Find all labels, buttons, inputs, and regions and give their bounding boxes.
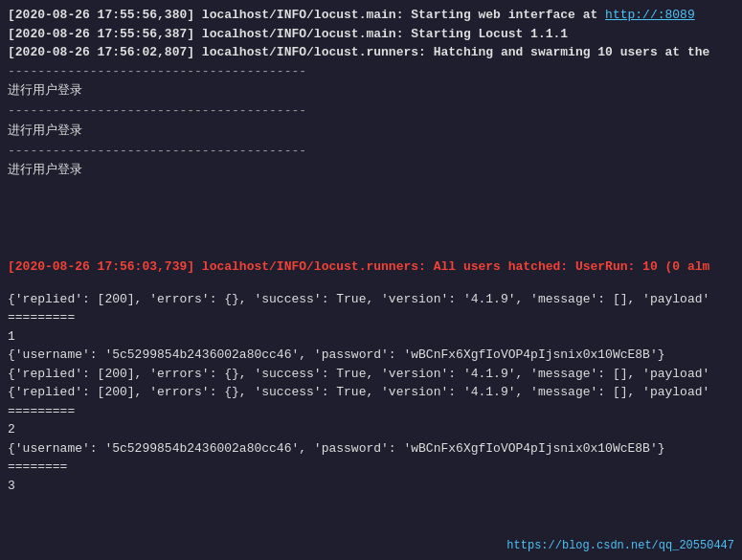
number-line-1: 1 — [8, 327, 734, 347]
log-link-1[interactable]: http://:8089 — [605, 8, 695, 22]
response-line-2: {'username': '5c5299854b2436002a80cc46',… — [8, 346, 734, 365]
log-line-red: [2020-08-26 17:56:03,739] localhost/INFO… — [8, 258, 734, 277]
chinese-text-3: 进行用户登录 — [8, 160, 734, 181]
log-text-3d: the — [687, 45, 709, 59]
chinese-text-2: 进行用户登录 — [8, 121, 734, 142]
empty-gap — [8, 181, 734, 258]
log-text-2: [2020-08-26 17:55:56,387] localhost/INFO… — [8, 27, 568, 41]
equals-line-2: ========= — [8, 402, 734, 421]
log-text-3: [2020-08-26 17:56:02,807] localhost/INFO… — [8, 45, 501, 59]
response-line-3: {'replied': [200], 'errors': {}, 'succes… — [8, 365, 734, 384]
number-line-3: 3 — [8, 477, 734, 496]
terminal-window: [2020-08-26 17:55:56,380] localhost/INFO… — [0, 0, 742, 560]
log-line-2: [2020-08-26 17:55:56,387] localhost/INFO… — [8, 25, 734, 44]
separator-1: ---------------------------------------- — [8, 62, 734, 81]
log-text-1: [2020-08-26 17:55:56,380] localhost/INFO… — [8, 8, 605, 22]
response-line-4: {'replied': [200], 'errors': {}, 'succes… — [8, 383, 734, 402]
equals-line-3: ======== — [8, 458, 734, 477]
response-line-1: {'replied': [200], 'errors': {}, 'succes… — [8, 290, 734, 309]
equals-line-1: ========= — [8, 308, 734, 327]
chinese-text-1: 进行用户登录 — [8, 80, 734, 101]
separator-2: ---------------------------------------- — [8, 101, 734, 121]
empty-line-1 — [8, 277, 734, 290]
log-line-3: [2020-08-26 17:56:02,807] localhost/INFO… — [8, 43, 734, 62]
log-line-1: [2020-08-26 17:55:56,380] localhost/INFO… — [8, 6, 734, 25]
log-text-red: [2020-08-26 17:56:03,739] localhost/INFO… — [8, 259, 709, 274]
log-text-3c: swarming 10 users at — [523, 45, 687, 59]
number-line-2: 2 — [8, 420, 734, 439]
separator-3: ---------------------------------------- — [8, 142, 734, 161]
csdn-link[interactable]: https://blog.csdn.net/qq_20550447 — [506, 539, 734, 552]
log-text-3b: and — [501, 45, 523, 59]
response-line-5: {'username': '5c5299854b2436002a80cc46',… — [8, 439, 734, 459]
